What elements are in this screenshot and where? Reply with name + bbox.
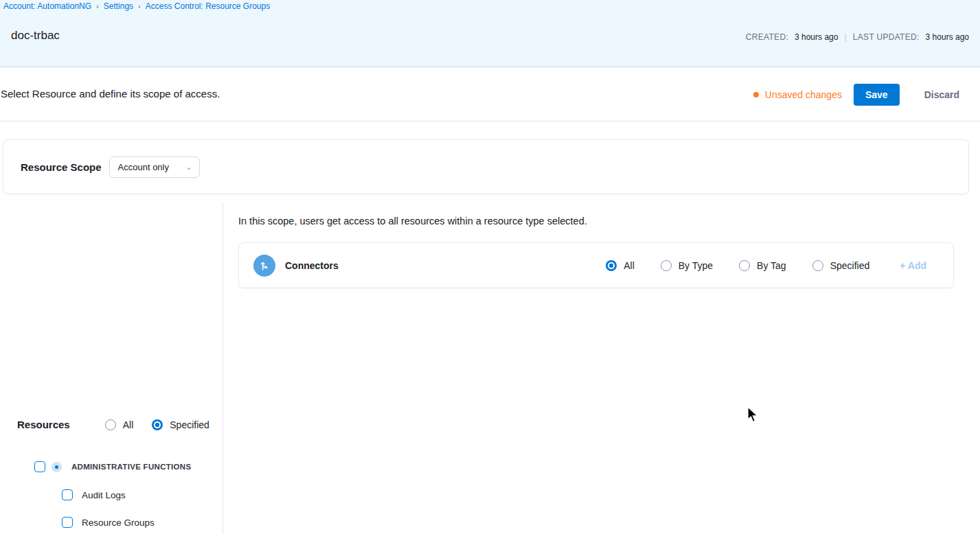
connectors-specified-radio[interactable]: Specified [812,260,870,271]
header-meta: CREATED: 3 hours ago | LAST UPDATED: 3 h… [746,32,969,42]
mouse-cursor-icon [747,406,760,427]
last-updated-value: 3 hours ago [926,32,969,42]
unsaved-dot-icon [753,92,759,97]
resource-scope-label: Resource Scope [21,161,102,173]
resources-specified-label: Specified [170,419,209,430]
unsaved-changes-badge: Unsaved changes [753,89,842,100]
resources-sidebar: Resources All Specified ADMINISTRATIVE F… [0,202,223,534]
action-toolbar: Select Resource and define its scope of … [0,67,980,121]
meta-divider: | [844,32,846,42]
resource-detail-panel: In this scope, users get access to all r… [224,202,980,534]
save-button[interactable]: Save [854,84,900,106]
resource-scope-card: Resource Scope Account only ⌄ [3,139,969,194]
radio-unselected-icon [812,260,823,271]
discard-button[interactable]: Discard [924,89,959,100]
toolbar-description: Select Resource and define its scope of … [1,88,220,100]
resource-scope-selected-value: Account only [118,162,186,172]
list-item-resource-groups[interactable]: Resource Groups [62,509,173,534]
created-label: CREATED: [746,32,788,42]
breadcrumb-resource-groups-link[interactable]: Access Control: Resource Groups [146,1,270,11]
resource-checkbox-list: Audit Logs Resource Groups Default Setti… [62,481,173,534]
breadcrumb-separator-icon: › [96,2,99,10]
radio-unselected-icon [105,419,116,430]
connectors-all-radio[interactable]: All [606,260,635,271]
breadcrumb-account-link[interactable]: Account: AutomationNG [3,1,91,11]
group-collapse-toggle-icon[interactable] [52,462,62,472]
item-checkbox[interactable] [62,517,73,528]
resource-scope-dropdown[interactable]: Account only ⌄ [109,156,200,178]
unsaved-changes-label: Unsaved changes [765,89,842,100]
radio-selected-icon [152,419,163,430]
tree-group-administrative-functions: ADMINISTRATIVE FUNCTIONS [34,461,191,472]
page-header: Account: AutomationNG › Settings › Acces… [0,0,980,67]
resources-title: Resources [17,419,70,430]
created-value: 3 hours ago [795,32,838,42]
scope-instruction-text: In this scope, users get access to all r… [238,216,587,227]
resources-specified-radio[interactable]: Specified [152,419,209,430]
last-updated-label: LAST UPDATED: [853,32,920,42]
chevron-down-icon: ⌄ [185,163,192,172]
breadcrumb-settings-link[interactable]: Settings [104,1,133,11]
tree-group-label: ADMINISTRATIVE FUNCTIONS [71,463,191,471]
connectors-by-tag-radio[interactable]: By Tag [739,260,786,271]
page-title: doc-trbac [11,29,60,43]
add-resources-link[interactable]: + Add [900,260,926,271]
radio-selected-icon [606,260,617,271]
resource-row-name: Connectors [285,260,339,271]
connectors-resource-row: Connectors All By Type By Tag Specified … [238,242,954,288]
list-item-audit-logs[interactable]: Audit Logs [62,481,173,509]
connector-branch-icon [253,255,275,277]
resources-all-label: All [123,419,134,430]
resources-all-radio[interactable]: All [105,419,134,430]
item-checkbox[interactable] [62,489,73,500]
toolbar-actions: Unsaved changes Save Discard [753,67,959,121]
radio-unselected-icon [661,260,672,271]
radio-unselected-icon [739,260,750,271]
connectors-access-options: All By Type By Tag Specified [606,260,869,271]
breadcrumb-separator-icon: › [138,2,141,10]
connectors-by-type-radio[interactable]: By Type [661,260,713,271]
group-checkbox[interactable] [34,461,45,472]
breadcrumb: Account: AutomationNG › Settings › Acces… [3,1,270,11]
